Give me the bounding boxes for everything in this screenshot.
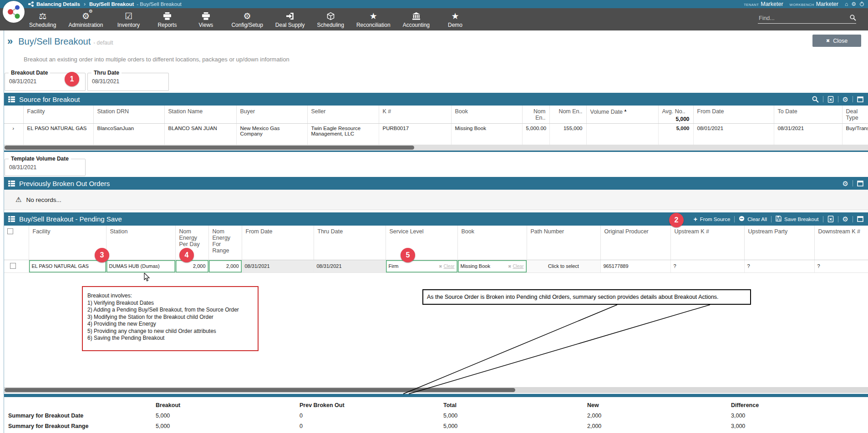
col-from-date[interactable]: From Date [242,226,314,260]
nav-item-inventory[interactable]: ☑ Inventory [115,8,142,28]
maximize-window-icon[interactable] [857,216,863,222]
cell-service-level[interactable]: Firm ✖Clear [386,260,457,272]
cell-deal-type: Buy/Transport [842,124,868,145]
col-facility[interactable]: Facility [23,106,93,124]
tenant-label: TENANT [744,3,759,7]
col-station-name[interactable]: Station Name [164,106,236,124]
nav-item-views[interactable]: Views [193,8,219,28]
settings-gear-icon[interactable]: ⚙ [851,1,856,7]
save-icon [776,216,782,222]
gears-icon: ⚙⚙ [82,10,90,21]
gear-icon[interactable]: ⚙ [843,180,848,187]
scrollbar-thumb[interactable] [5,146,414,150]
col-seller[interactable]: Seller [307,106,379,124]
cell-book[interactable]: Missing Book ✖Clear [457,260,527,272]
printer-icon [163,10,171,21]
expand-row-icon[interactable]: › [4,124,23,145]
source-table-row: › EL PASO NATURAL GAS BlancoSanJuan BLAN… [4,124,868,145]
nav-item-demo[interactable]: ★ Demo [442,8,468,28]
col-station-drn[interactable]: Station DRN [93,106,164,124]
nav-item-administration[interactable]: ⚙⚙ Administration [68,8,103,28]
workbench-label: WORKBENCH [790,3,814,7]
col-station[interactable]: Station [106,226,175,260]
previously-broken-out-panel: Previously Broken Out Orders ⚙ ⚠ No reco… [4,177,868,210]
col-service-level[interactable]: Service Level [386,226,457,260]
col-k-number[interactable]: K # [379,106,451,124]
col-nom-energy-for-range[interactable]: Nom Energy For Range [208,226,242,260]
nav-item-deal-supply[interactable]: Deal Supply [275,8,305,28]
col-upstream-k[interactable]: Upstream K # [670,226,744,260]
col-upstream-party[interactable]: Upstream Party [744,226,814,260]
thru-date-label: Thru Date [91,70,122,76]
close-icon: ✖ [826,38,830,43]
scrollbar-thumb[interactable] [5,388,515,392]
col-from-date[interactable]: From Date [693,106,774,124]
pending-horizontal-scrollbar[interactable] [4,387,868,393]
clear-book-link[interactable]: ✖Clear [508,264,523,269]
col-facility[interactable]: Facility [29,226,106,260]
cell-original-producer: 965177889 [600,260,670,272]
col-book[interactable]: Book [457,226,527,260]
select-all-checkbox[interactable] [7,228,13,234]
breakout-date-label: Breakout Date [9,70,50,76]
home-icon[interactable]: ⌂ [845,1,848,7]
col-to-date[interactable]: To Date [774,106,842,124]
col-downstream-k[interactable]: Downstream K # [814,226,868,260]
collapse-chevrons-icon[interactable]: » [7,35,13,47]
breadcrumb-current[interactable]: Buy/Sell Breakout [89,1,134,7]
source-horizontal-scrollbar[interactable] [4,145,868,151]
maximize-window-icon[interactable] [857,96,863,102]
cell-facility: EL PASO NATURAL GAS [23,124,93,145]
col-avg-no[interactable]: Avg. No.. 5,000 [658,106,693,124]
power-icon[interactable] [859,1,864,7]
cell-station[interactable]: DUMAS HUB (Dumas) [106,260,175,272]
col-deal-type[interactable]: Deal Type [842,106,868,124]
col-original-producer[interactable]: Original Producer [600,226,670,260]
col-nom-energy-per-day[interactable]: Nom Energy Per Day [175,226,208,260]
col-thru-date[interactable]: Thru Date [314,226,386,260]
gear-icon[interactable]: ⚙ [843,96,848,103]
col-nom-en-1[interactable]: Nom En.. [522,106,549,124]
row-select-cell [4,260,29,272]
nav-item-accounting[interactable]: Accounting [403,8,430,28]
app-window: Balancing Details › Buy/Sell Breakout - … [0,0,868,433]
close-button[interactable]: ✖ Close [812,35,861,47]
maximize-window-icon[interactable] [857,181,863,186]
find-input[interactable] [758,14,856,24]
cell-nom-energy-for-range[interactable]: 2,000 [208,260,242,272]
clear-all-button[interactable]: Clear All [739,216,767,222]
clear-service-level-link[interactable]: ✖Clear [439,264,454,269]
cell-facility[interactable]: EL PASO NATURAL GAS [29,260,106,272]
col-volume-date[interactable]: Volume Date▲ [586,106,658,124]
col-book[interactable]: Book [451,106,522,124]
col-buyer[interactable]: Buyer [236,106,307,124]
search-icon[interactable] [812,96,819,103]
pending-table: Facility Station Nom Energy Per Day Nom … [4,226,868,273]
nav-item-config-setup[interactable]: ⚙ Config/Setup [231,8,263,28]
breadcrumb-root[interactable]: Balancing Details [36,1,80,7]
nav-item-reports[interactable]: Reports [154,8,180,28]
col-path-number[interactable]: Path Number [527,226,600,260]
excel-export-icon[interactable] [827,96,834,103]
avg-aggregate: 5,000 [662,116,690,122]
cell-buyer: New Mexico Gas Company [236,124,307,145]
col-nom-en-2[interactable]: Nom En.. [549,106,586,124]
row-checkbox[interactable] [10,263,16,269]
app-logo[interactable] [3,1,25,23]
nav-item-scheduling-2[interactable]: Scheduling [317,8,344,28]
nav-item-scheduling[interactable]: ⚖ Scheduling [29,8,56,28]
clear-x-icon: ✖ [439,264,442,269]
gear-icon[interactable]: ⚙ [843,216,848,222]
summary-col-difference: Difference [731,402,868,408]
pending-table-row: EL PASO NATURAL GAS DUMAS HUB (Dumas) 2,… [4,260,868,272]
nav-item-reconciliation[interactable]: ★ Reconciliation [356,8,391,28]
from-source-button[interactable]: + From Source [694,216,731,223]
breadcrumb-bar: Balancing Details › Buy/Sell Breakout - … [0,0,868,8]
save-breakout-button[interactable]: Save Breakout [776,216,818,222]
cell-path-number[interactable]: Click to select [527,260,600,272]
search-icon[interactable] [850,15,856,23]
excel-export-icon[interactable] [827,216,834,222]
cell-nom-energy-per-day[interactable]: 2,000 [175,260,208,272]
topbar-right: TENANT Marketer WORKBENCH Marketer ⌂ ⚙ [744,1,868,7]
workbench-indicator: WORKBENCH Marketer [790,1,838,7]
